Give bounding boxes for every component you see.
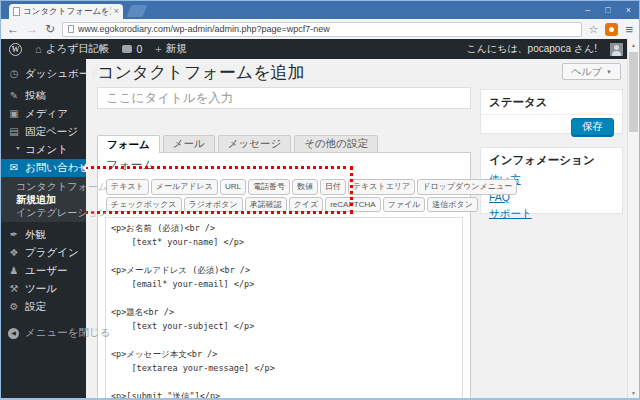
sidebar-label: コメント — [25, 143, 68, 157]
sidebar-label: 設定 — [25, 300, 46, 314]
dashboard-icon: ◷ — [8, 69, 20, 79]
tag-button-dropdown[interactable]: ドロップダウンメニュー — [417, 179, 517, 195]
address-bar[interactable]: www.egokorodiary.com/wp-admin/admin.php?… — [62, 22, 581, 37]
status-postbox: ステータス 保存 — [480, 89, 623, 134]
scrollbar-down-icon[interactable]: ▼ — [628, 387, 639, 398]
tag-button-acceptance[interactable]: 承諾確認 — [245, 197, 287, 213]
form-section-heading: フォーム — [106, 157, 470, 174]
wp-admin-menu: ◷ ダッシュボード ✎ 投稿 ▣ メディア ▤ 固定ページ コメント ✉ — [1, 59, 86, 398]
submenu-item-integration[interactable]: インテグレーション — [1, 206, 86, 219]
close-button[interactable]: × — [626, 5, 631, 15]
screenshot-extension-icon[interactable] — [605, 23, 618, 36]
tab-close-icon[interactable]: × — [114, 7, 119, 16]
new-label: 新規 — [166, 42, 187, 56]
sidebar-item-appearance[interactable]: ✒ 外観 — [1, 226, 86, 244]
collapse-menu-button[interactable]: ◀ メニューを閉じる — [1, 324, 86, 342]
admin-bar-site-link[interactable]: ⌂ よろず日記帳 — [35, 42, 109, 56]
link-support[interactable]: サポート — [489, 207, 614, 221]
browser-tab[interactable]: コンタクトフォームを追加 ‹ よろ × — [9, 4, 123, 19]
wordpress-logo-icon[interactable]: W — [9, 43, 22, 56]
reload-icon[interactable]: ↻ — [45, 23, 55, 35]
browser-menu-icon[interactable]: ≡ — [625, 23, 633, 36]
tag-button-checkbox[interactable]: チェックボックス — [106, 197, 182, 213]
plugin-icon: ❖ — [8, 248, 20, 258]
status-title: ステータス — [481, 90, 622, 114]
sidebar-label: 投稿 — [25, 89, 46, 103]
user-greeting[interactable]: こんにちは、pocapoca さん! — [466, 42, 597, 56]
tab-favicon-icon — [13, 7, 20, 16]
sidebar-label: お問い合わせ — [25, 161, 89, 175]
tag-button-tel[interactable]: 電話番号 — [248, 179, 290, 195]
tag-button-url[interactable]: URL — [220, 179, 246, 195]
submenu-item-add-new[interactable]: 新規追加 — [1, 193, 86, 206]
tab-form[interactable]: フォーム — [97, 135, 160, 153]
tag-button-file[interactable]: ファイル — [383, 197, 426, 213]
maximize-button[interactable]: □ — [605, 5, 610, 15]
form-template-textarea[interactable]: <p>お名前 (必須)<br /> [text* your-name] </p>… — [105, 217, 463, 398]
url-text: www.egokorodiary.com/wp-admin/admin.php?… — [78, 24, 330, 34]
tag-button-email[interactable]: メールアドレス — [151, 179, 218, 195]
page-scrollbar[interactable]: ▲ ▼ — [627, 39, 639, 398]
sidebar-item-users[interactable]: ♟ ユーザー — [1, 262, 86, 280]
comment-count: 0 — [136, 43, 142, 55]
appearance-brush-icon: ✒ — [8, 230, 20, 240]
tag-generator-row-2: チェックボックス ラジオボタン 承諾確認 クイズ reCAPTCHA ファイル … — [106, 197, 470, 213]
wp-admin-page: W ⌂ よろず日記帳 0 + 新規 こんにちは、pocapoca さん! ◷ ダ… — [1, 39, 639, 398]
tag-button-textarea[interactable]: テキストエリア — [348, 179, 415, 195]
save-button[interactable]: 保存 — [571, 118, 614, 137]
tag-button-date[interactable]: 日付 — [320, 179, 346, 195]
sidebar-label: プラグイン — [25, 246, 79, 260]
sidebar-item-dashboard[interactable]: ◷ ダッシュボード — [1, 65, 86, 83]
new-tab-button[interactable] — [127, 5, 148, 17]
sidebar-item-posts[interactable]: ✎ 投稿 — [1, 87, 86, 105]
admin-bar-comments-link[interactable]: 0 — [122, 43, 142, 55]
sidebar-item-tools[interactable]: ⚒ ツール — [1, 280, 86, 298]
sidebar-item-plugins[interactable]: ❖ プラグイン — [1, 244, 86, 262]
window-controls: – □ × — [585, 1, 631, 19]
submenu-item-contact-forms[interactable]: コンタクトフォーム — [1, 180, 86, 193]
sidebar-label: ユーザー — [25, 264, 68, 278]
sidebar-label: 外観 — [25, 228, 46, 242]
tab-mail[interactable]: メール — [163, 135, 215, 152]
tag-button-recaptcha[interactable]: reCAPTCHA — [325, 197, 380, 213]
scrollbar-up-icon[interactable]: ▲ — [628, 39, 639, 50]
home-icon: ⌂ — [35, 44, 42, 55]
plus-icon: + — [155, 44, 161, 55]
tag-button-text[interactable]: テキスト — [106, 179, 149, 195]
tag-button-number[interactable]: 数値 — [292, 179, 318, 195]
envelope-icon: ✉ — [8, 163, 20, 173]
collapse-label: メニューを閉じる — [25, 326, 110, 340]
sidebar-item-settings[interactable]: ⚙ 設定 — [1, 298, 86, 316]
tab-messages[interactable]: メッセージ — [218, 135, 291, 152]
posts-pin-icon: ✎ — [8, 91, 20, 101]
sidebar-label: ダッシュボード — [25, 67, 100, 81]
tab-additional-settings[interactable]: その他の設定 — [294, 135, 378, 152]
back-icon[interactable]: ← — [7, 23, 19, 35]
admin-bar-new-link[interactable]: + 新規 — [155, 42, 186, 56]
sidebar-item-media[interactable]: ▣ メディア — [1, 105, 86, 123]
browser-titlebar: コンタクトフォームを追加 ‹ よろ × – □ × — [1, 1, 639, 19]
help-label: ヘルプ — [571, 65, 602, 79]
minimize-button[interactable]: – — [585, 5, 590, 15]
user-avatar[interactable] — [610, 43, 623, 56]
collapse-arrow-icon: ◀ — [8, 328, 20, 339]
sidebar-item-pages[interactable]: ▤ 固定ページ — [1, 123, 86, 141]
sidebar-label: ツール — [25, 282, 57, 296]
tag-button-quiz[interactable]: クイズ — [289, 197, 324, 213]
forward-icon[interactable]: → — [26, 23, 38, 35]
media-icon: ▣ — [8, 109, 20, 119]
tab-title: コンタクトフォームを追加 ‹ よろ — [23, 6, 111, 18]
tag-button-submit[interactable]: 送信ボタン — [427, 197, 478, 213]
sidebar-item-contact[interactable]: ✉ お問い合わせ — [1, 159, 86, 177]
help-button[interactable]: ヘルプ ▼ — [562, 63, 621, 80]
browser-window: コンタクトフォームを追加 ‹ よろ × – □ × ← → ↻ www.egok… — [0, 0, 640, 400]
form-tab-panel: フォーム テキスト メールアドレス URL 電話番号 数値 日付 テキストエリア… — [97, 152, 471, 398]
tag-button-radio[interactable]: ラジオボタン — [184, 197, 243, 213]
sidebar-item-comments[interactable]: コメント — [1, 141, 86, 159]
settings-gear-icon: ⚙ — [8, 302, 20, 312]
information-title: インフォメーション — [481, 148, 622, 172]
comment-bubble-icon — [122, 45, 132, 53]
scrollbar-thumb[interactable] — [629, 52, 638, 132]
bookmark-star-icon[interactable]: ☆ — [589, 23, 599, 36]
form-title-input[interactable] — [97, 87, 471, 109]
